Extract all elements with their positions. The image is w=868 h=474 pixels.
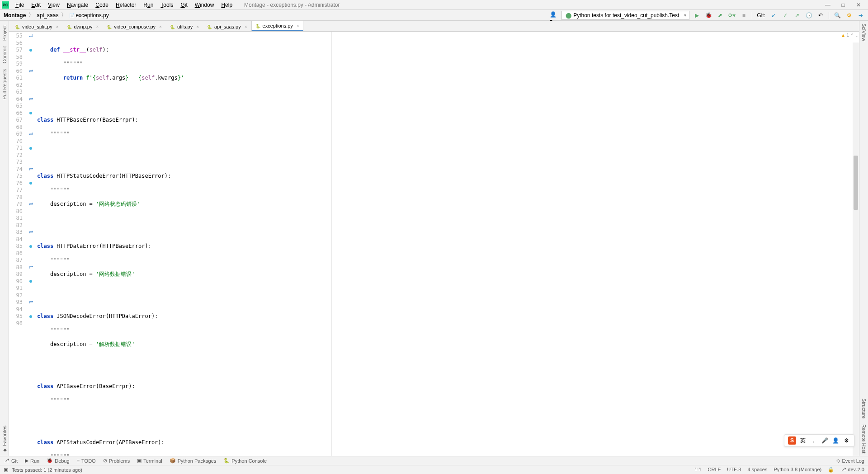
debug-button[interactable]: 🐞 bbox=[705, 12, 712, 19]
code-content[interactable]: def __str__(self): """""" return f'{self… bbox=[35, 32, 859, 456]
run-toolbar: ▶ 🐞 ⬈ ⟳▾ ■ Git: ↙ ✓ ↗ 🕓 ↶ 🔍 ⚙ ➔ bbox=[693, 12, 864, 19]
toolwin-problems[interactable]: ⊘ Problems bbox=[103, 458, 130, 464]
run-button[interactable]: ▶ bbox=[693, 12, 700, 19]
app-icon: PC bbox=[2, 1, 9, 9]
right-tool-rail: SciView Structure Remote Host bbox=[859, 21, 868, 456]
ime-tools-icon[interactable]: ⚙ bbox=[842, 436, 850, 445]
tab-close-icon[interactable]: × bbox=[56, 24, 59, 29]
stop-button[interactable]: ■ bbox=[740, 12, 747, 19]
menu-edit[interactable]: Edit bbox=[28, 1, 43, 9]
window-controls: — □ ✕ bbox=[825, 2, 866, 8]
status-encoding[interactable]: UTF-8 bbox=[727, 467, 741, 473]
vertical-scrollbar[interactable] bbox=[853, 43, 859, 456]
run-config-selector[interactable]: ⬤ Python tests for test_video_cut_publis… bbox=[561, 11, 689, 20]
breadcrumb-root[interactable]: Montage bbox=[4, 12, 26, 19]
status-message: Tests passed: 1 (2 minutes ago) bbox=[12, 467, 82, 473]
toolwin-git[interactable]: ⎇ Git bbox=[4, 458, 18, 464]
tab-utils[interactable]: utils.py× bbox=[166, 22, 203, 31]
code-editor[interactable]: ▲ 1 ⌃ ⌄ 55565758596061626364656667686970… bbox=[9, 32, 859, 456]
scrollbar-thumb[interactable] bbox=[854, 156, 858, 210]
maximize-button[interactable]: □ bbox=[840, 2, 846, 8]
python-file-icon bbox=[15, 24, 20, 29]
breadcrumb-file[interactable]: exceptions.py bbox=[69, 12, 108, 19]
python-file-icon bbox=[170, 24, 175, 29]
status-lock-icon[interactable]: 🔒 bbox=[828, 467, 834, 473]
ime-toolbar[interactable]: S 英 ， 🎤 👤 ⚙ bbox=[784, 434, 854, 447]
ide-settings-icon[interactable]: ⚙ bbox=[845, 12, 853, 19]
tab-close-icon[interactable]: × bbox=[245, 24, 247, 29]
breadcrumb-folder[interactable]: api_saas bbox=[37, 12, 58, 19]
menu-help[interactable]: Help bbox=[218, 1, 235, 9]
status-interpreter[interactable]: Python 3.8 (Montage) bbox=[774, 467, 821, 473]
tab-api-saas[interactable]: api_saas.py× bbox=[203, 22, 251, 31]
user-icon[interactable]: 👤▾ bbox=[550, 11, 558, 19]
python-file-icon bbox=[107, 24, 112, 29]
menu-window[interactable]: Window bbox=[192, 1, 217, 9]
toolbar-right: 👤▾ ⬤ Python tests for test_video_cut_pub… bbox=[550, 11, 864, 20]
breadcrumb: Montage 〉 api_saas 〉 exceptions.py bbox=[4, 11, 109, 19]
main-menu: File Edit View Navigate Code Refactor Ru… bbox=[13, 1, 235, 9]
status-position[interactable]: 1:1 bbox=[694, 467, 701, 473]
status-indent[interactable]: 4 spaces bbox=[747, 467, 767, 473]
event-log[interactable]: ◇ Event Log bbox=[836, 458, 864, 464]
menu-git[interactable]: Git bbox=[178, 1, 190, 9]
menu-tools[interactable]: Tools bbox=[158, 1, 176, 9]
menu-navigate[interactable]: Navigate bbox=[64, 1, 91, 9]
ime-lang-label[interactable]: 英 bbox=[799, 436, 807, 445]
git-update-icon[interactable]: ↙ bbox=[770, 12, 777, 19]
rail-commit[interactable]: Commit bbox=[2, 43, 7, 66]
title-bar: PC File Edit View Navigate Code Refactor… bbox=[0, 0, 868, 10]
status-tool-icon[interactable]: ▣ bbox=[4, 467, 8, 473]
toolwin-console[interactable]: 🐍 Python Console bbox=[223, 458, 267, 464]
ide-update-icon[interactable]: ➔ bbox=[857, 12, 864, 19]
rail-favorites[interactable]: ★ Favorites bbox=[1, 423, 7, 456]
toolwin-terminal[interactable]: ▣ Terminal bbox=[137, 458, 162, 464]
rail-sciview[interactable]: SciView bbox=[861, 21, 867, 44]
editor-tabs: video_split.py× dwnp.py× video_compose.p… bbox=[9, 21, 859, 32]
close-button[interactable]: ✕ bbox=[855, 2, 862, 8]
gutter-marks: ⮂⮂⮂⮂⮂⮂⮂⮂⮂ bbox=[26, 32, 35, 456]
ime-punct-icon[interactable]: ， bbox=[810, 436, 818, 445]
ime-sogou-icon[interactable]: S bbox=[788, 436, 796, 445]
status-branch[interactable]: ⎇ dev-2.0 bbox=[840, 467, 864, 473]
tab-close-icon[interactable]: × bbox=[297, 24, 299, 28]
navigation-bar: Montage 〉 api_saas 〉 exceptions.py 👤▾ ⬤ … bbox=[0, 10, 868, 21]
rail-structure[interactable]: Structure bbox=[861, 396, 867, 422]
toolwin-todo[interactable]: ≡ TODO bbox=[77, 458, 96, 464]
toolwin-run[interactable]: ▶ Run bbox=[25, 458, 39, 464]
menu-file[interactable]: File bbox=[13, 1, 27, 9]
minimize-button[interactable]: — bbox=[825, 2, 831, 8]
git-push-icon[interactable]: ↗ bbox=[793, 12, 801, 19]
toolwin-debug[interactable]: 🐞 Debug bbox=[47, 458, 69, 464]
toolwin-packages[interactable]: 📦 Python Packages bbox=[170, 458, 217, 464]
menu-code[interactable]: Code bbox=[93, 1, 111, 9]
menu-refactor[interactable]: Refactor bbox=[113, 1, 139, 9]
rail-pull-requests[interactable]: Pull Requests bbox=[2, 66, 7, 102]
python-file-icon bbox=[255, 23, 261, 28]
breadcrumb-sep: 〉 bbox=[28, 11, 34, 19]
toolbar-separator bbox=[752, 12, 752, 19]
tab-dwnp[interactable]: dwnp.py× bbox=[63, 22, 103, 31]
menu-run[interactable]: Run bbox=[141, 1, 156, 9]
git-commit-icon[interactable]: ✓ bbox=[782, 12, 789, 19]
menu-view[interactable]: View bbox=[45, 1, 62, 9]
run-ok-icon: ⬤ bbox=[566, 12, 571, 19]
rail-project[interactable]: Project bbox=[2, 23, 7, 43]
git-history-icon[interactable]: 🕓 bbox=[805, 12, 812, 19]
rail-remote-host[interactable]: Remote Host bbox=[861, 422, 867, 456]
ime-user-icon[interactable]: 👤 bbox=[831, 436, 840, 445]
git-rollback-icon[interactable]: ↶ bbox=[817, 12, 824, 19]
ime-mic-icon[interactable]: 🎤 bbox=[821, 436, 829, 445]
tab-video-split[interactable]: video_split.py× bbox=[11, 22, 63, 31]
profile-button[interactable]: ⟳▾ bbox=[728, 12, 736, 19]
tab-video-compose[interactable]: video_compose.py× bbox=[103, 22, 166, 31]
status-line-ending[interactable]: CRLF bbox=[708, 467, 721, 473]
run-config-label: Python tests for test_video_cut_publish.… bbox=[573, 12, 679, 19]
tab-close-icon[interactable]: × bbox=[159, 24, 162, 29]
search-everywhere-icon[interactable]: 🔍 bbox=[834, 12, 841, 19]
tab-exceptions[interactable]: exceptions.py× bbox=[251, 21, 303, 31]
coverage-button[interactable]: ⬈ bbox=[717, 12, 724, 19]
tab-close-icon[interactable]: × bbox=[96, 24, 99, 29]
editor-area: video_split.py× dwnp.py× video_compose.p… bbox=[9, 21, 859, 456]
tab-close-icon[interactable]: × bbox=[196, 24, 199, 29]
